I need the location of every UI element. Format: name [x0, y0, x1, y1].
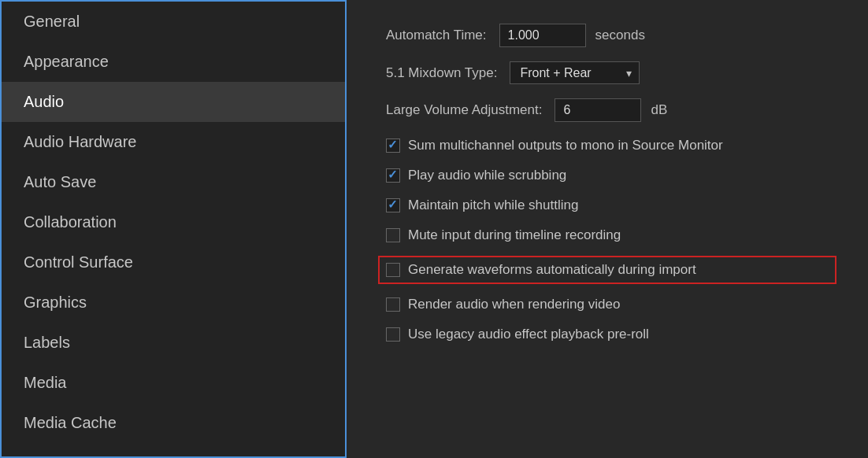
volume-unit: dB — [651, 102, 667, 118]
checkbox-text-mute-input: Mute input during timeline recording — [408, 227, 621, 243]
checkbox-row-render-audio: Render audio when rendering video — [386, 295, 836, 314]
sidebar-item-media[interactable]: Media — [2, 363, 345, 403]
checkbox-label-sum-multichannel[interactable]: Sum multichannel outputs to mono in Sour… — [386, 138, 723, 153]
settings-window: GeneralAppearanceAudioAudio HardwareAuto… — [0, 0, 868, 458]
checkbox-label-render-audio[interactable]: Render audio when rendering video — [386, 297, 620, 312]
sidebar-item-auto-save[interactable]: Auto Save — [2, 162, 345, 202]
checkbox-mute-input[interactable] — [386, 228, 400, 242]
sidebar-item-control-surface[interactable]: Control Surface — [2, 242, 345, 283]
checkbox-text-maintain-pitch: Maintain pitch while shuttling — [408, 198, 578, 213]
checkbox-text-render-audio: Render audio when rendering video — [408, 297, 620, 312]
checkboxes-container: Sum multichannel outputs to mono in Sour… — [386, 136, 836, 355]
checkbox-text-legacy-audio: Use legacy audio effect playback pre-rol… — [408, 327, 649, 342]
checkbox-label-maintain-pitch[interactable]: Maintain pitch while shuttling — [386, 198, 578, 213]
checkbox-render-audio[interactable] — [386, 297, 400, 312]
mixdown-select[interactable]: Front + RearFrontRearStereo MixdownMono … — [510, 61, 640, 84]
sidebar-item-collaboration[interactable]: Collaboration — [2, 202, 345, 242]
checkbox-label-play-audio-scrubbing[interactable]: Play audio while scrubbing — [386, 168, 566, 183]
automatch-input[interactable] — [499, 24, 586, 47]
checkbox-label-generate-waveforms[interactable]: Generate waveforms automatically during … — [386, 262, 696, 278]
sidebar: GeneralAppearanceAudioAudio HardwareAuto… — [0, 0, 347, 458]
volume-input[interactable] — [555, 98, 641, 122]
automatch-unit: seconds — [595, 28, 645, 43]
automatch-label: Automatch Time: — [386, 28, 487, 43]
volume-row: Large Volume Adjustment: dB — [386, 98, 836, 122]
checkbox-text-play-audio-scrubbing: Play audio while scrubbing — [408, 168, 566, 183]
checkbox-legacy-audio[interactable] — [386, 327, 400, 342]
checkbox-maintain-pitch[interactable] — [386, 198, 400, 212]
checkbox-text-sum-multichannel: Sum multichannel outputs to mono in Sour… — [408, 138, 723, 153]
checkbox-generate-waveforms[interactable] — [386, 263, 400, 277]
checkbox-label-legacy-audio[interactable]: Use legacy audio effect playback pre-rol… — [386, 327, 649, 342]
mixdown-row: 5.1 Mixdown Type: Front + RearFrontRearS… — [386, 61, 836, 84]
automatch-row: Automatch Time: seconds — [386, 24, 836, 47]
sidebar-item-memory[interactable]: Memory — [2, 443, 345, 458]
checkbox-row-mute-input: Mute input during timeline recording — [386, 226, 836, 245]
mixdown-dropdown-wrapper: Front + RearFrontRearStereo MixdownMono … — [510, 61, 640, 84]
sidebar-item-general[interactable]: General — [2, 2, 345, 42]
sidebar-item-audio-hardware[interactable]: Audio Hardware — [2, 122, 345, 162]
checkbox-row-play-audio-scrubbing: Play audio while scrubbing — [386, 166, 836, 185]
mixdown-label: 5.1 Mixdown Type: — [386, 65, 497, 81]
checkbox-row-maintain-pitch: Maintain pitch while shuttling — [386, 196, 836, 215]
sidebar-item-media-cache[interactable]: Media Cache — [2, 403, 345, 443]
checkbox-play-audio-scrubbing[interactable] — [386, 168, 400, 183]
volume-label: Large Volume Adjustment: — [386, 102, 542, 118]
sidebar-item-labels[interactable]: Labels — [2, 323, 345, 363]
checkbox-sum-multichannel[interactable] — [386, 139, 400, 153]
checkbox-row-sum-multichannel: Sum multichannel outputs to mono in Sour… — [386, 136, 836, 155]
checkbox-label-mute-input[interactable]: Mute input during timeline recording — [386, 227, 621, 243]
sidebar-item-audio[interactable]: Audio — [2, 82, 345, 122]
sidebar-item-appearance[interactable]: Appearance — [2, 42, 345, 82]
checkbox-text-generate-waveforms: Generate waveforms automatically during … — [408, 262, 696, 278]
sidebar-item-graphics[interactable]: Graphics — [2, 283, 345, 323]
main-content: Automatch Time: seconds 5.1 Mixdown Type… — [347, 0, 868, 458]
checkbox-row-generate-waveforms: Generate waveforms automatically during … — [378, 256, 836, 284]
checkbox-row-legacy-audio: Use legacy audio effect playback pre-rol… — [386, 325, 836, 344]
